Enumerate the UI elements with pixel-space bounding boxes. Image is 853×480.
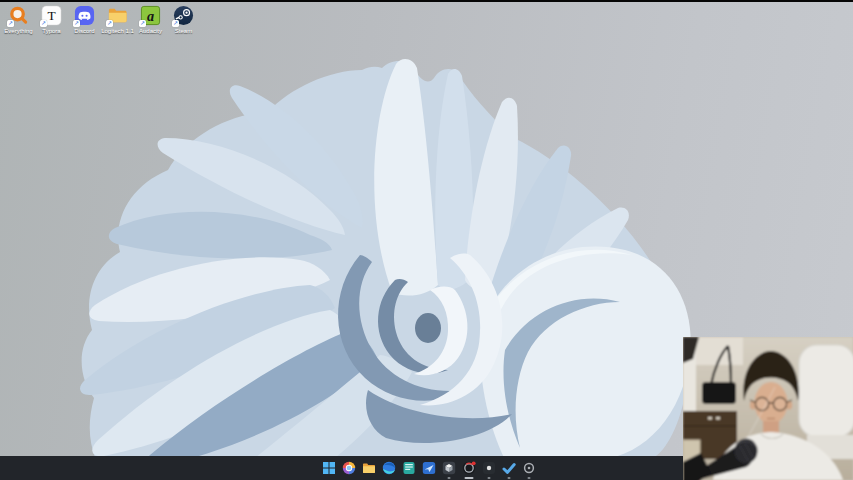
taskbar-ring-app-icon[interactable]: [522, 461, 536, 475]
shortcut-arrow-icon: ↗: [106, 20, 113, 27]
taskbar-check-app-icon[interactable]: [502, 461, 516, 475]
chair-back: [799, 345, 853, 437]
taskbar-recorder-app-icon[interactable]: [462, 461, 476, 475]
bag: [702, 382, 736, 404]
taskbar-cube-app-icon[interactable]: [442, 461, 456, 475]
svg-text:a: a: [147, 8, 154, 24]
top-letterbox-line: [0, 0, 853, 2]
desktop-icon-label: Logitech 1.1: [101, 28, 134, 35]
running-indicator: [507, 477, 510, 479]
running-indicator: [487, 477, 490, 479]
desktop-icon-audacity[interactable]: a↗Audacity: [134, 5, 167, 35]
taskbar-icons: [322, 461, 536, 475]
taskbar-file-explorer-icon[interactable]: [362, 461, 376, 475]
running-indicator: [527, 477, 530, 479]
steam-icon: ↗: [173, 5, 194, 26]
glasses: [755, 397, 768, 410]
desktop-icon-steam[interactable]: ↗Steam: [167, 5, 200, 35]
desktop-icon-label: Everything: [4, 28, 32, 35]
shortcut-arrow-icon: ↗: [172, 20, 179, 27]
taskbar-dark-app-icon[interactable]: [482, 461, 496, 475]
taskbar-mail-icon[interactable]: [422, 461, 436, 475]
running-indicator: [447, 477, 450, 479]
everything-icon: ↗: [8, 5, 29, 26]
desktop-icon-everything[interactable]: ↗Everything: [2, 5, 35, 35]
desktop-icon-label: Typora: [42, 28, 60, 35]
typora-icon: T↗: [41, 5, 62, 26]
desktop-icon-label: Discord: [74, 28, 94, 35]
taskbar-notepad-icon[interactable]: [402, 461, 416, 475]
letter-a-icon: a↗: [140, 5, 161, 26]
shortcut-arrow-icon: ↗: [139, 20, 146, 27]
desktop-icon-label: Audacity: [139, 28, 162, 35]
taskbar-edge-icon[interactable]: [382, 461, 396, 475]
desktop-icon-typora[interactable]: T↗Typora: [35, 5, 68, 35]
shortcut-arrow-icon: ↗: [73, 20, 80, 27]
running-indicator: [464, 477, 473, 479]
desktop-icon-grid: ↗EverythingT↗Typora↗Discord↗Logitech 1.1…: [2, 5, 200, 35]
desktop-icon-discord[interactable]: ↗Discord: [68, 5, 101, 35]
folder-icon: ↗: [107, 5, 128, 26]
shortcut-arrow-icon: ↗: [7, 20, 14, 27]
discord-icon: ↗: [74, 5, 95, 26]
webcam-overlay: [683, 337, 853, 480]
desktop-icon-logitech-1-1[interactable]: ↗Logitech 1.1: [101, 5, 134, 35]
taskbar-windows-start-icon[interactable]: [322, 461, 336, 475]
taskbar-photos-icon[interactable]: [342, 461, 356, 475]
desktop-icon-label: Steam: [175, 28, 192, 35]
desktop-screen: ↗EverythingT↗Typora↗Discord↗Logitech 1.1…: [0, 0, 853, 480]
svg-text:T: T: [47, 8, 55, 23]
webcam-scene: [683, 337, 853, 480]
shortcut-arrow-icon: ↗: [40, 20, 47, 27]
